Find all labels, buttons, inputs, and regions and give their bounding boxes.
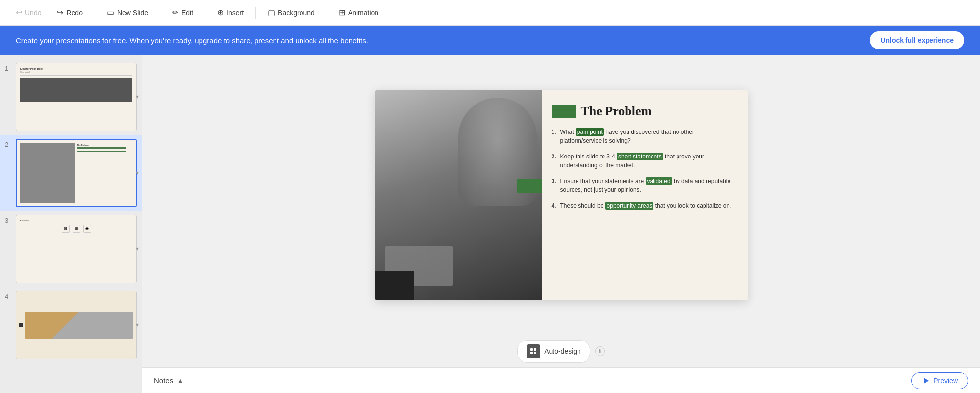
unlock-button[interactable]: Unlock full experience — [870, 31, 964, 49]
highlight-validated: validated — [646, 177, 672, 185]
thumb4-accent — [19, 323, 23, 327]
slide-left-panel — [375, 90, 542, 300]
bullet-num-1: 1. — [552, 128, 556, 145]
thumb1-title: Elevator Pitch Deck — [20, 67, 132, 70]
separator — [205, 7, 205, 19]
thumb1-sub: [Your tagline] — [20, 71, 132, 73]
slide-number-3: 3 — [5, 217, 16, 224]
undo-button[interactable]: ↩ Undo — [10, 5, 47, 20]
notes-label: Notes — [154, 376, 173, 385]
highlight-short-statements: short statements — [617, 153, 663, 160]
svg-marker-4 — [924, 378, 929, 384]
slide-number-2: 2 — [5, 141, 16, 148]
chevron-down-icon-1: ▾ — [136, 93, 139, 100]
chevron-up-icon: ▲ — [177, 377, 184, 385]
background-button[interactable]: ▢ Background — [262, 5, 321, 20]
slide-photo — [375, 90, 542, 300]
redo-icon: ↪ — [57, 8, 63, 17]
notes-toggle[interactable]: Notes ▲ — [154, 376, 184, 385]
separator — [255, 7, 256, 19]
new-slide-button[interactable]: ▭ New Slide — [101, 5, 154, 20]
slide-number-4: 4 — [5, 293, 16, 300]
chevron-down-icon-2: ▾ — [136, 169, 139, 176]
slide-canvas-container: The Problem 1. What pain point have you … — [142, 55, 980, 335]
bullet-text-2: Keep this slide to 3-4 short statements … — [560, 152, 736, 170]
upgrade-banner: Create your presentations for free. When… — [0, 26, 980, 55]
slide-thumbnail-4 — [16, 291, 137, 359]
slide-canvas[interactable]: The Problem 1. What pain point have you … — [375, 90, 748, 300]
separator — [327, 7, 327, 19]
animation-icon: ⊞ — [339, 8, 345, 17]
edit-icon: ✏ — [172, 8, 178, 17]
svg-rect-0 — [530, 348, 533, 351]
toolbar: ↩ Undo ↪ Redo ▭ New Slide ✏ Edit ⊕ Inser… — [0, 0, 980, 26]
redo-button[interactable]: ↪ Redo — [51, 5, 88, 20]
bullet-item-2: 2. Keep this slide to 3-4 short statemen… — [552, 152, 736, 170]
thumb1-image — [20, 78, 132, 102]
svg-rect-3 — [534, 352, 536, 354]
bullet-text-1: What pain point have you discovered that… — [560, 128, 736, 145]
slide-item-4[interactable]: 4 ▾ — [0, 287, 142, 363]
insert-icon: ⊕ — [217, 8, 224, 17]
slide-thumbnail-2: The Problem — [16, 139, 137, 207]
bullet-text-4: These should be opportunity areas that y… — [560, 201, 731, 210]
separator — [95, 7, 95, 19]
auto-design-button[interactable]: Auto-design — [517, 340, 590, 363]
slide-item-3[interactable]: 3 ■ Solution ⊟ ▦ ◉ — [0, 211, 142, 287]
chevron-down-icon-3: ▾ — [136, 245, 139, 252]
bullet-num-3: 3. — [552, 177, 556, 194]
black-accent-rect — [375, 271, 414, 300]
banner-text: Create your presentations for free. When… — [16, 36, 368, 45]
thumb2-image — [20, 143, 75, 203]
thumb1-divider — [20, 75, 132, 76]
separator — [160, 7, 160, 19]
slide-number-1: 1 — [5, 65, 16, 72]
background-icon: ▢ — [268, 8, 275, 17]
solution-icon-1: ⊟ — [62, 225, 70, 233]
edit-button[interactable]: ✏ Edit — [166, 5, 199, 20]
undo-icon: ↩ — [16, 8, 22, 17]
highlight-opportunity-areas: opportunity areas — [605, 202, 654, 210]
slide-thumbnail-3: ■ Solution ⊟ ▦ ◉ — [16, 215, 137, 283]
bullet-item-4: 4. These should be opportunity areas tha… — [552, 201, 736, 210]
slide-title-row: The Problem — [552, 104, 736, 119]
info-icon[interactable]: ℹ — [595, 346, 605, 356]
slide-bullets: 1. What pain point have you discovered t… — [552, 128, 736, 210]
green-accent-rect — [517, 179, 542, 193]
svg-rect-1 — [534, 348, 536, 351]
bullet-num-2: 2. — [552, 152, 556, 170]
slide-title: The Problem — [581, 104, 652, 119]
animation-button[interactable]: ⊞ Animation — [333, 5, 384, 20]
slide-item-1[interactable]: 1 Elevator Pitch Deck [Your tagline] ▾ — [0, 59, 142, 135]
auto-design-label: Auto-design — [544, 347, 581, 355]
slide-panel: 1 Elevator Pitch Deck [Your tagline] ▾ 2… — [0, 55, 142, 393]
preview-button[interactable]: Preview — [911, 372, 968, 389]
solution-icon-2: ▦ — [73, 225, 80, 233]
main-area: 1 Elevator Pitch Deck [Your tagline] ▾ 2… — [0, 55, 980, 393]
new-slide-icon: ▭ — [107, 8, 114, 17]
thumb2-content: The Problem — [76, 143, 133, 203]
editor-area: The Problem 1. What pain point have you … — [142, 55, 980, 393]
slide-right-panel: The Problem 1. What pain point have you … — [542, 90, 748, 300]
auto-design-icon — [527, 344, 540, 358]
bullet-item-3: 3. Ensure that your statements are valid… — [552, 177, 736, 194]
bullet-item-1: 1. What pain point have you discovered t… — [552, 128, 736, 145]
chevron-down-icon-4: ▾ — [136, 321, 139, 328]
insert-button[interactable]: ⊕ Insert — [211, 5, 250, 20]
bullet-text-3: Ensure that your statements are validate… — [560, 177, 736, 194]
preview-label: Preview — [933, 377, 958, 385]
slide-thumbnail-1: Elevator Pitch Deck [Your tagline] — [16, 63, 137, 131]
title-green-accent — [552, 105, 576, 118]
thumb4-image — [25, 312, 133, 339]
auto-design-bar: Auto-design ℹ — [142, 335, 980, 367]
notes-bar: Notes ▲ Preview — [142, 367, 980, 393]
play-icon — [922, 377, 930, 385]
bullet-num-4: 4. — [552, 201, 556, 210]
highlight-pain-point: pain point — [576, 128, 604, 136]
solution-icon-3: ◉ — [83, 225, 91, 233]
slide-item-2[interactable]: 2 The Problem ▾ — [0, 135, 142, 211]
svg-rect-2 — [530, 352, 533, 354]
